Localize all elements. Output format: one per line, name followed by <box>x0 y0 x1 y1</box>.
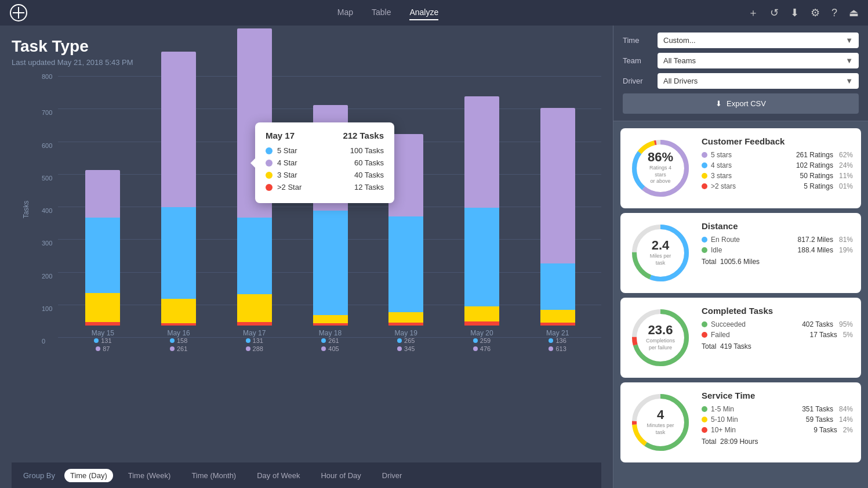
nav-table[interactable]: Table <box>372 5 391 20</box>
val-2star: 5 Ratings <box>804 182 833 190</box>
bar-may16[interactable]: May 16 <box>141 52 217 337</box>
tooltip-dot-5star <box>266 147 273 154</box>
completed-total-label: Total <box>702 342 716 350</box>
bar-label-may18: May 18 <box>319 329 342 337</box>
service-row-10plus: 10+ Min 9 Tasks 2% <box>702 426 853 434</box>
dot-4star <box>702 162 707 168</box>
widget-service-time: 4 Minutes pertask Service Time 1-5 Min 3… <box>620 382 861 462</box>
filter-time-label: Time <box>623 36 658 45</box>
filter-team-row: Team All Teams ▼ <box>623 53 859 68</box>
label-2star: >2 stars <box>711 182 800 190</box>
add-icon[interactable]: ＋ <box>748 6 758 20</box>
vals-may15: 131 87 <box>65 337 141 352</box>
pct-2star: 01% <box>839 182 853 190</box>
tooltip-val-2star: 12 Tasks <box>354 183 384 191</box>
group-by-time-month[interactable]: Time (Month) <box>186 469 242 482</box>
completed-title: Completed Tasks <box>702 306 853 316</box>
dot-10plusmin <box>702 427 707 433</box>
service-total: Total 28:09 Hours <box>702 438 853 446</box>
donut-completed-label: Completionsper failure <box>646 338 675 351</box>
group-by-label: Group By <box>23 471 55 480</box>
group-by-time-day[interactable]: Time (Day) <box>64 469 113 482</box>
bar-may20[interactable]: May 20 <box>444 96 520 337</box>
filter-time-select[interactable]: Custom... ▼ <box>658 32 859 48</box>
filter-time-row: Time Custom... ▼ <box>623 32 859 48</box>
distance-info: Distance En Route 817.2 Miles 81% Idle 1… <box>702 221 853 266</box>
donut-feedback-value: 86% <box>645 151 677 164</box>
tooltip-row-4star: 4 Star 60 Tasks <box>266 158 384 167</box>
donut-distance-label: Miles pertask <box>650 253 671 266</box>
chevron-down-icon-driver: ▼ <box>845 77 853 85</box>
export-label: Export CSV <box>727 99 766 108</box>
vals-may19: 265 345 <box>368 337 444 352</box>
pct-10plusmin: 2% <box>843 426 853 434</box>
group-by-bar: Group By Time (Day) Time (Week) Time (Mo… <box>12 462 601 488</box>
completed-row-failed: Failed 17 Tasks 5% <box>702 331 853 339</box>
pct-4star: 24% <box>839 161 853 169</box>
distance-row-enroute: En Route 817.2 Miles 81% <box>702 236 853 244</box>
help-icon[interactable]: ? <box>831 7 837 19</box>
donut-service-label: Minutes pertask <box>647 422 674 436</box>
group-by-hour-of-day[interactable]: Hour of Day <box>315 469 366 482</box>
tooltip-total: 212 Tasks <box>343 131 384 140</box>
export-csv-button[interactable]: ⬇ Export CSV <box>623 93 859 114</box>
donut-completed-center: 23.6 Completionsper failure <box>646 324 675 351</box>
val-5star: 261 Ratings <box>796 151 833 159</box>
filter-driver-row: Driver All Drivers ▼ <box>623 73 859 89</box>
group-by-day-of-week[interactable]: Day of Week <box>251 469 306 482</box>
service-row-5-10: 5-10 Min 59 Tasks 14% <box>702 415 853 424</box>
feedback-info: Customer Feedback 5 stars 261 Ratings 62… <box>702 136 853 190</box>
dot-2star <box>702 183 707 189</box>
refresh-icon[interactable]: ↺ <box>770 6 779 19</box>
settings-icon[interactable]: ⚙ <box>811 6 820 19</box>
distance-rows: En Route 817.2 Miles 81% Idle 188.4 Mile… <box>702 236 853 254</box>
filter-driver-select[interactable]: All Drivers ▼ <box>658 73 859 89</box>
donut-feedback-label: Ratings 4 starsor above <box>645 165 677 185</box>
pct-5star: 62% <box>839 151 853 159</box>
filter-driver-value: All Drivers <box>663 77 698 85</box>
filter-team-label: Team <box>623 56 658 65</box>
logo-icon <box>9 3 28 22</box>
nav-analyze[interactable]: Analyze <box>409 5 438 20</box>
bar-may15[interactable]: May 15 <box>65 170 141 337</box>
nav-map[interactable]: Map <box>337 5 353 20</box>
completed-row-succeeded: Succeeded 402 Tasks 95% <box>702 320 853 328</box>
main-nav: Map Table Analyze <box>337 5 439 20</box>
filter-team-select[interactable]: All Teams ▼ <box>658 53 859 68</box>
tooltip-row-5star: 5 Star 100 Tasks <box>266 146 384 155</box>
service-rows: 1-5 Min 351 Tasks 84% 5-10 Min 59 Tasks … <box>702 405 853 434</box>
service-title: Service Time <box>702 391 853 400</box>
dot-idle <box>702 247 707 253</box>
donut-distance-center: 2.4 Miles pertask <box>650 239 671 266</box>
filter-team-value: All Teams <box>663 56 696 65</box>
logout-icon[interactable]: ⏏ <box>849 6 859 19</box>
val-idle: 188.4 Miles <box>798 246 833 254</box>
tooltip-val-4star: 60 Tasks <box>354 158 384 167</box>
filters-panel: Time Custom... ▼ Team All Teams ▼ Driver… <box>613 26 868 121</box>
chart-inner: 800 700 600 500 400 300 200 100 0 <box>41 76 601 337</box>
vals-may16: 158 261 <box>141 337 217 352</box>
tooltip-row-2star: >2 Star 12 Tasks <box>266 183 384 191</box>
app-header: Map Table Analyze ＋ ↺ ⬇ ⚙ ? ⏏ <box>0 0 868 26</box>
download-icon: ⬇ <box>716 99 722 108</box>
val-5-10min: 59 Tasks <box>806 415 833 424</box>
group-by-driver[interactable]: Driver <box>376 469 408 482</box>
label-3star: 3 stars <box>711 172 797 180</box>
group-by-time-week[interactable]: Time (Week) <box>122 469 177 482</box>
dot-5-10min <box>702 417 707 422</box>
service-total-label: Total <box>702 438 716 446</box>
bar-label-may20: May 20 <box>470 329 493 337</box>
download-icon[interactable]: ⬇ <box>790 6 799 19</box>
pct-succeeded: 95% <box>839 320 853 328</box>
pct-failed: 5% <box>843 331 853 339</box>
val-succeeded: 402 Tasks <box>802 320 833 328</box>
bar-label-may15: May 15 <box>92 329 114 337</box>
val-1-5min: 351 Tasks <box>802 405 833 413</box>
tooltip-label-3star: 3 Star <box>277 171 350 179</box>
donut-distance-value: 2.4 <box>650 239 671 252</box>
distance-title: Distance <box>702 221 853 231</box>
bar-label-may21: May 21 <box>546 329 569 337</box>
bar-may21[interactable]: May 21 <box>520 108 595 337</box>
label-idle: Idle <box>711 246 794 254</box>
completed-total: Total 419 Tasks <box>702 342 853 350</box>
